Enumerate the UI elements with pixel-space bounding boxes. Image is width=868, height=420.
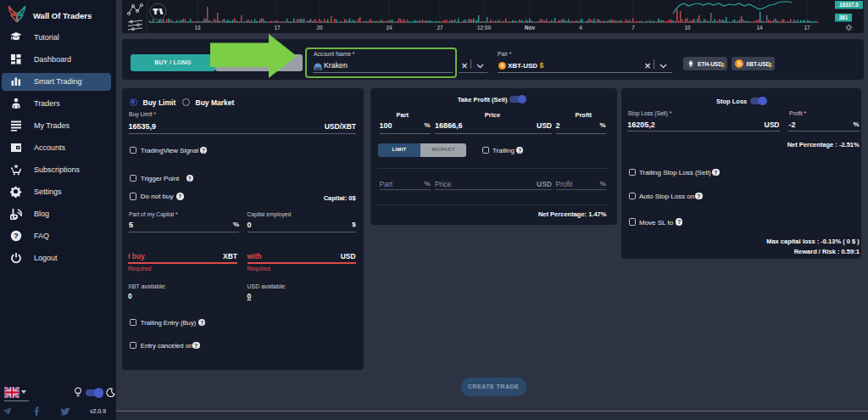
svg-text:16337.0: 16337.0 [839, 2, 859, 8]
svg-text:17: 17 [274, 25, 281, 31]
svg-text:7: 7 [632, 25, 635, 31]
svg-text:13: 13 [194, 25, 201, 31]
svg-text:361: 361 [839, 14, 849, 20]
svg-text:27: 27 [437, 25, 443, 31]
svg-text:20: 20 [316, 25, 323, 31]
svg-text:4: 4 [579, 25, 582, 31]
svg-text:12:00: 12:00 [477, 25, 492, 31]
svg-text:14: 14 [756, 25, 763, 31]
svg-text:Nov: Nov [525, 25, 536, 31]
svg-text:?: ? [14, 231, 19, 240]
svg-text:24: 24 [386, 25, 392, 31]
svg-text:10: 10 [684, 25, 691, 31]
svg-text:17: 17 [804, 25, 810, 31]
